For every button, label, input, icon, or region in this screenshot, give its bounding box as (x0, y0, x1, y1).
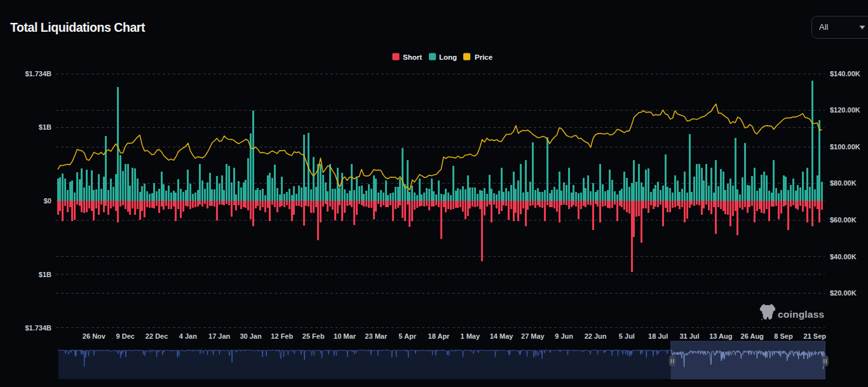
svg-text:25 Feb: 25 Feb (302, 332, 325, 340)
svg-text:12 Feb: 12 Feb (271, 332, 293, 340)
svg-text:9 Dec: 9 Dec (116, 332, 135, 340)
svg-text:Price: Price (475, 53, 492, 61)
svg-text:All: All (819, 22, 829, 32)
svg-text:$140.00K: $140.00K (830, 70, 860, 78)
svg-text:10 Mar: 10 Mar (334, 332, 356, 340)
svg-text:27 May: 27 May (521, 332, 545, 340)
svg-text:5 Apr: 5 Apr (398, 332, 416, 340)
svg-text:$1.734B: $1.734B (25, 70, 51, 78)
svg-text:31 Jul: 31 Jul (679, 332, 699, 340)
svg-text:Long: Long (439, 53, 457, 61)
svg-text:8 Sep: 8 Sep (774, 332, 793, 340)
svg-text:$1.734B: $1.734B (25, 324, 51, 332)
svg-text:26 Nov: 26 Nov (83, 332, 106, 340)
svg-text:Short: Short (403, 53, 422, 61)
svg-text:$100.00K: $100.00K (830, 143, 860, 151)
svg-text:$1B: $1B (39, 123, 51, 131)
svg-text:22 Jun: 22 Jun (585, 332, 607, 340)
svg-text:Total Liquidations Chart: Total Liquidations Chart (10, 20, 146, 34)
svg-text:18 Jul: 18 Jul (648, 332, 668, 340)
svg-text:$40.00K: $40.00K (830, 253, 857, 261)
svg-text:$60.00K: $60.00K (830, 216, 857, 224)
svg-text:$80.00K: $80.00K (830, 179, 857, 187)
svg-text:30 Jan: 30 Jan (240, 332, 262, 340)
svg-text:13 Aug: 13 Aug (709, 332, 732, 340)
svg-text:$1B: $1B (39, 271, 51, 278)
svg-text:14 May: 14 May (490, 332, 514, 340)
svg-text:22 Dec: 22 Dec (146, 332, 168, 340)
svg-text:18 Apr: 18 Apr (428, 332, 451, 340)
svg-text:23 Mar: 23 Mar (365, 332, 388, 340)
svg-text:21 Sep: 21 Sep (804, 332, 827, 340)
svg-text:$120.00K: $120.00K (830, 106, 860, 114)
svg-text:5 Jul: 5 Jul (619, 332, 635, 340)
svg-text:4 Jan: 4 Jan (179, 332, 197, 340)
svg-text:9 Jun: 9 Jun (555, 332, 573, 340)
svg-text:17 Jan: 17 Jan (208, 332, 231, 340)
svg-text:$0: $0 (44, 197, 51, 205)
svg-text:$20.00K: $20.00K (830, 289, 857, 297)
svg-text:1 May: 1 May (461, 332, 480, 340)
svg-text:26 Aug: 26 Aug (741, 332, 764, 340)
svg-text:coinglass: coinglass (778, 309, 824, 320)
